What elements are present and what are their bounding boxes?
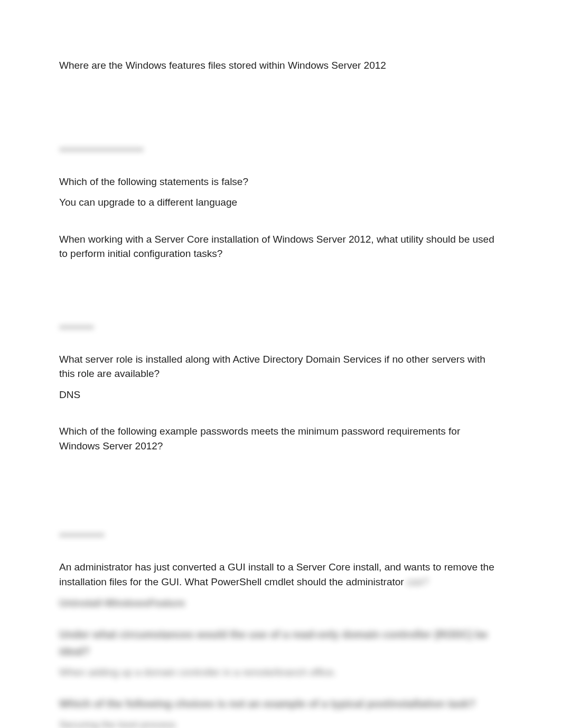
question-visible-part: An administrator has just converted a GU… [59,561,494,587]
hidden-answer-bar [59,147,144,152]
hidden-answer-bar [59,532,105,538]
question-text: An administrator has just converted a GU… [59,560,502,589]
hidden-content-block: Under what circumstances would the use o… [59,626,502,728]
qa-block: Where are the Windows features files sto… [59,58,502,152]
question-text: Which of the following statements is fal… [59,174,502,189]
hidden-answer: Securing the boot process [59,717,502,728]
question-text: Which of the following example passwords… [59,424,502,453]
qa-block: An administrator has just converted a GU… [59,560,502,610]
hidden-answer-text: Uninstall-WindowsFeature [59,596,502,611]
qa-block: What server role is installed along with… [59,352,502,402]
question-hidden-part: use? [407,576,428,587]
document-page: Where are the Windows features files sto… [0,0,561,728]
question-text: When working with a Server Core installa… [59,232,502,261]
answer-spacer [59,79,502,143]
question-text: Where are the Windows features files sto… [59,58,502,73]
answer-spacer [59,459,502,528]
hidden-question: Under what circumstances would the use o… [59,626,502,660]
answer-text: DNS [59,388,502,402]
hidden-answer-bar [59,325,94,330]
hidden-answer: When adding up a domain controller in a … [59,665,502,680]
qa-block: Which of the following example passwords… [59,424,502,538]
question-text: What server role is installed along with… [59,352,502,381]
qa-block: When working with a Server Core installa… [59,232,502,330]
answer-spacer [59,268,502,320]
hidden-question: Which of the following choices is not an… [59,695,502,712]
answer-text: You can upgrade to a different language [59,195,502,210]
qa-block: Which of the following statements is fal… [59,174,502,210]
